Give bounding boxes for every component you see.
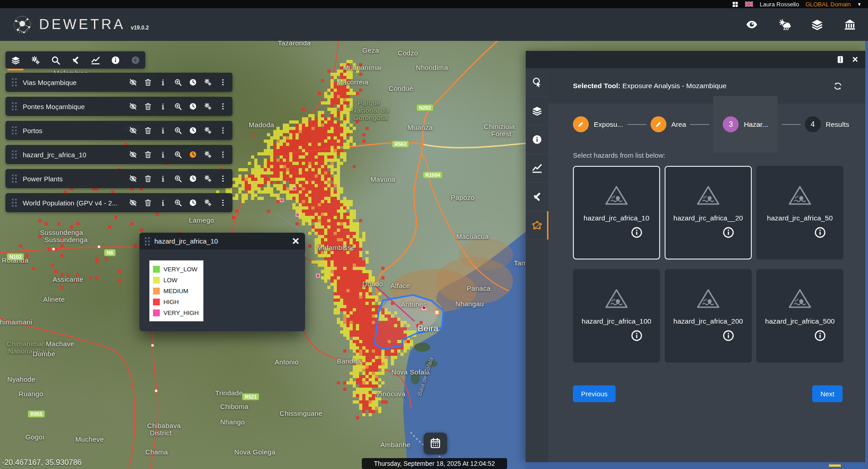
user-name[interactable]: Laura Rossello <box>760 1 799 8</box>
legend-popup-header[interactable]: hazard_jrc_africa_10 ✕ <box>139 233 305 249</box>
drag-handle-icon[interactable] <box>5 150 23 159</box>
layer-menu-icon[interactable] <box>219 102 227 110</box>
step-results[interactable]: 4Results <box>805 116 849 132</box>
panel-close-icon[interactable]: × <box>852 55 858 65</box>
search-icon[interactable] <box>45 51 65 69</box>
refresh-icon[interactable] <box>833 81 843 91</box>
gears-icon[interactable] <box>25 51 45 69</box>
info-icon[interactable] <box>105 51 125 69</box>
layer-time-icon[interactable] <box>189 126 197 135</box>
hazard-card[interactable]: hazard_jrc_africa__20 <box>665 166 752 259</box>
hazard-card[interactable]: hazard_jrc_africa_500 <box>756 269 843 363</box>
calendar-button[interactable] <box>424 433 447 454</box>
hazard-info-icon[interactable] <box>722 226 735 239</box>
collapse-icon[interactable] <box>125 51 145 69</box>
layer-info-icon[interactable] <box>159 175 167 183</box>
layer-row[interactable]: Power Plants <box>5 169 232 188</box>
layer-settings-icon[interactable] <box>204 175 212 183</box>
drag-handle-icon[interactable] <box>5 175 23 183</box>
layer-settings-icon[interactable] <box>204 78 212 86</box>
hide-layer-icon[interactable] <box>129 175 137 183</box>
layers-tool-icon[interactable] <box>526 97 548 125</box>
observations-eye-icon[interactable] <box>745 18 758 31</box>
delete-layer-icon[interactable] <box>144 175 152 183</box>
hide-layer-icon[interactable] <box>129 150 137 159</box>
layer-menu-icon[interactable] <box>219 150 227 159</box>
layer-menu-icon[interactable] <box>219 78 227 86</box>
hide-layer-icon[interactable] <box>129 126 137 135</box>
leaflet-attribution[interactable]: Leaflet <box>845 462 864 469</box>
hazard-card[interactable]: hazard_jrc_africa_10 <box>573 166 660 259</box>
layer-menu-icon[interactable] <box>219 175 227 183</box>
hide-layer-icon[interactable] <box>129 102 137 110</box>
hazard-card[interactable]: hazard_jrc_africa_200 <box>665 269 752 363</box>
step-exposu[interactable]: Exposu... <box>573 116 623 132</box>
dashboard-grid-icon[interactable] <box>732 1 739 8</box>
chart-icon[interactable] <box>85 51 105 69</box>
hazard-info-icon[interactable] <box>814 226 826 239</box>
hazard-info-icon[interactable] <box>631 226 643 239</box>
polygon-analysis-icon[interactable] <box>526 211 548 240</box>
layer-time-icon[interactable] <box>189 199 197 207</box>
edit-tools-icon[interactable] <box>526 183 548 211</box>
layer-info-icon[interactable] <box>159 199 167 207</box>
chart-tool-icon[interactable] <box>526 154 548 183</box>
drag-handle-icon[interactable] <box>5 199 23 207</box>
hazard-info-icon[interactable] <box>722 329 735 342</box>
layer-settings-icon[interactable] <box>204 199 212 207</box>
next-button[interactable]: Next <box>812 385 843 402</box>
layer-time-icon[interactable] <box>189 78 197 86</box>
layer-menu-icon[interactable] <box>219 199 227 207</box>
hazard-info-icon[interactable] <box>814 329 826 342</box>
zoom-to-layer-icon[interactable] <box>174 126 182 135</box>
delete-layer-icon[interactable] <box>144 199 152 207</box>
layer-info-icon[interactable] <box>159 126 167 135</box>
layer-time-icon[interactable] <box>189 150 197 159</box>
previous-button[interactable]: Previous <box>573 385 616 402</box>
layer-row[interactable]: Pontes Moçambique <box>5 97 232 116</box>
layer-time-icon[interactable] <box>189 175 197 183</box>
layer-settings-icon[interactable] <box>204 102 212 110</box>
layer-info-icon[interactable] <box>159 150 167 159</box>
layer-row[interactable]: Vias Moçambique <box>5 73 232 92</box>
drag-handle-icon[interactable] <box>145 237 150 245</box>
zoom-to-layer-icon[interactable] <box>174 102 182 110</box>
legend-popup[interactable]: hazard_jrc_africa_10 ✕ VERY_LOWLOWMEDIUM… <box>139 233 305 331</box>
delete-layer-icon[interactable] <box>144 150 152 159</box>
layer-time-icon[interactable] <box>189 102 197 110</box>
step-area[interactable]: Area <box>651 116 686 132</box>
close-icon[interactable]: ✕ <box>291 236 300 246</box>
institution-bank-icon[interactable] <box>843 18 856 31</box>
delete-layer-icon[interactable] <box>144 78 152 86</box>
zoom-to-layer-icon[interactable] <box>174 199 182 207</box>
drag-handle-icon[interactable] <box>5 78 23 86</box>
layer-settings-icon[interactable] <box>204 126 212 135</box>
forecast-weather-icon[interactable] <box>778 18 791 31</box>
step-hazar[interactable]: 3Hazar... <box>713 96 777 153</box>
zoom-to-layer-icon[interactable] <box>174 150 182 159</box>
info-tool-icon[interactable] <box>526 125 548 154</box>
layers-stack-icon[interactable] <box>811 18 824 31</box>
hide-layer-icon[interactable] <box>129 199 137 207</box>
drag-handle-icon[interactable] <box>5 126 23 135</box>
zoom-to-layer-icon[interactable] <box>174 78 182 86</box>
tools-icon[interactable] <box>65 51 85 69</box>
hazard-card[interactable]: hazard_jrc_africa_100 <box>573 269 660 363</box>
layer-info-icon[interactable] <box>159 78 167 86</box>
hazard-card[interactable]: hazard_jrc_africa_50 <box>756 166 843 259</box>
layer-settings-icon[interactable] <box>204 150 212 159</box>
layer-row[interactable]: World Population (GPV v4 - 2... <box>5 193 232 212</box>
layer-info-icon[interactable] <box>159 102 167 110</box>
layer-row[interactable]: Portos <box>5 121 232 140</box>
drag-handle-icon[interactable] <box>5 102 23 110</box>
identify-tool-icon[interactable] <box>526 68 548 97</box>
zoom-to-layer-icon[interactable] <box>174 175 182 183</box>
delete-layer-icon[interactable] <box>144 126 152 135</box>
layers-icon[interactable] <box>5 51 25 69</box>
chevron-down-icon[interactable]: ▼ <box>857 2 862 7</box>
layer-row[interactable]: hazard_jrc_africa_10 <box>5 145 232 164</box>
hazard-info-icon[interactable] <box>631 329 643 342</box>
delete-layer-icon[interactable] <box>144 102 152 110</box>
panel-toggle-icon[interactable] <box>836 55 845 64</box>
user-domain[interactable]: GLOBAL Domain <box>805 1 851 8</box>
